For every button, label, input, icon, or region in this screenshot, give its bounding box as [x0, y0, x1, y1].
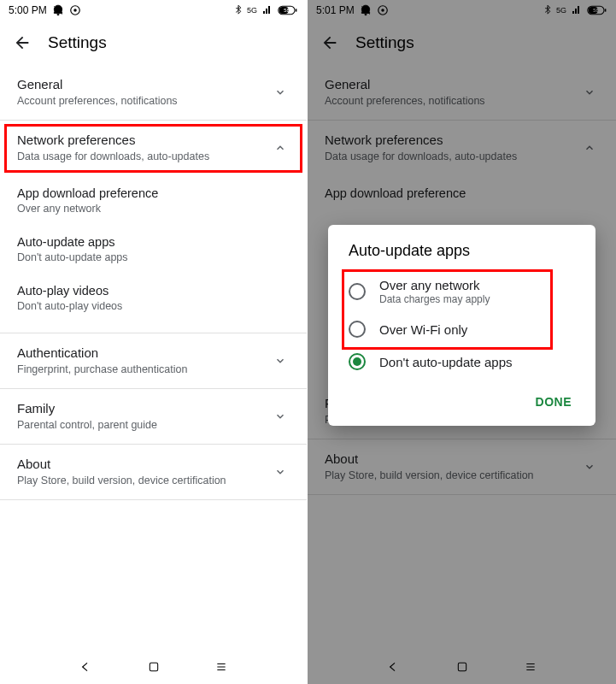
item-title: Auto-play videos: [17, 284, 290, 298]
radio-icon-selected: [349, 353, 366, 370]
item-subtitle: Don't auto-update apps: [17, 251, 290, 263]
svg-point-1: [73, 9, 77, 12]
bluetooth-icon: [234, 4, 243, 16]
item-auto-update-apps[interactable]: Auto-update apps Don't auto-update apps: [0, 225, 307, 274]
item-subtitle: Over any network: [17, 203, 290, 215]
auto-update-dialog: Auto-update apps Over any network Data c…: [328, 225, 595, 426]
radio-icon: [349, 321, 366, 338]
section-title: Network preferences: [17, 133, 271, 147]
section-subtitle: Fingerprint, purchase authentication: [17, 363, 271, 376]
section-title: Family: [17, 401, 271, 416]
section-title: Authentication: [17, 345, 271, 360]
nav-recents-button[interactable]: [204, 661, 238, 673]
nav-back-button[interactable]: [68, 660, 103, 674]
radio-label: Don't auto-update apps: [379, 355, 575, 369]
radio-label: Over any network: [379, 278, 575, 292]
chevron-down-icon: [271, 355, 290, 367]
dialog-actions: DONE: [328, 378, 595, 419]
signal-icon: [261, 5, 273, 15]
section-general[interactable]: General Account preferences, notificatio…: [0, 65, 307, 121]
item-auto-play-videos[interactable]: Auto-play videos Don't auto-play videos: [0, 274, 307, 333]
status-time: 5:00 PM: [9, 4, 47, 16]
item-app-download-preference[interactable]: App download preference Over any network: [0, 176, 307, 225]
section-family[interactable]: Family Parental control, parent guide: [0, 389, 307, 445]
radio-sublabel: Data charges may apply: [379, 293, 575, 305]
navigation-bar: [0, 650, 307, 684]
screen-settings-dialog: 5:01 PM 5G 58 Settings General Account p…: [308, 0, 616, 684]
item-title: App download preference: [17, 186, 290, 200]
arrow-back-icon: [13, 33, 32, 52]
page-title: Settings: [48, 33, 107, 52]
section-title: General: [17, 77, 271, 91]
dnd-icon: [52, 4, 64, 16]
battery-icon: 58: [278, 5, 298, 15]
radio-over-wifi-only[interactable]: Over Wi-Fi only: [328, 313, 595, 345]
settings-list: General Account preferences, notificatio…: [0, 65, 307, 650]
chevron-down-icon: [271, 466, 290, 478]
section-subtitle: Data usage for downloads, auto-updates: [17, 150, 271, 163]
section-authentication[interactable]: Authentication Fingerprint, purchase aut…: [0, 333, 307, 389]
chevron-down-icon: [271, 410, 290, 422]
radio-dont-auto-update[interactable]: Don't auto-update apps: [328, 345, 595, 378]
status-bar: 5:00 PM 5G 58: [0, 0, 307, 21]
chevron-up-icon: [271, 142, 290, 154]
nav-home-button[interactable]: [137, 661, 171, 673]
section-subtitle: Play Store, build version, device certif…: [17, 474, 271, 487]
svg-text:58: 58: [284, 8, 289, 13]
done-button[interactable]: DONE: [529, 390, 578, 414]
dialog-options: Over any network Data charges may apply …: [328, 270, 595, 378]
section-subtitle: Account preferences, notifications: [17, 94, 271, 108]
dialog-title: Auto-update apps: [328, 242, 595, 270]
header: Settings: [0, 21, 307, 65]
item-title: Auto-update apps: [17, 235, 290, 249]
chevron-down-icon: [271, 86, 290, 98]
svg-rect-5: [296, 9, 297, 11]
section-network-preferences[interactable]: Network preferences Data usage for downl…: [0, 121, 307, 175]
network-label: 5G: [247, 6, 257, 15]
section-about[interactable]: About Play Store, build version, device …: [0, 445, 307, 500]
item-subtitle: Don't auto-play videos: [17, 300, 290, 312]
radio-icon: [349, 283, 366, 300]
app-icon: [69, 4, 81, 16]
radio-over-any-network[interactable]: Over any network Data charges may apply: [328, 270, 595, 313]
radio-label: Over Wi-Fi only: [379, 322, 575, 337]
back-button[interactable]: [5, 26, 39, 60]
screen-settings: 5:00 PM 5G 58 Settings General Account p…: [0, 0, 308, 684]
svg-rect-6: [150, 663, 157, 670]
section-title: About: [17, 457, 271, 471]
section-subtitle: Parental control, parent guide: [17, 418, 271, 432]
